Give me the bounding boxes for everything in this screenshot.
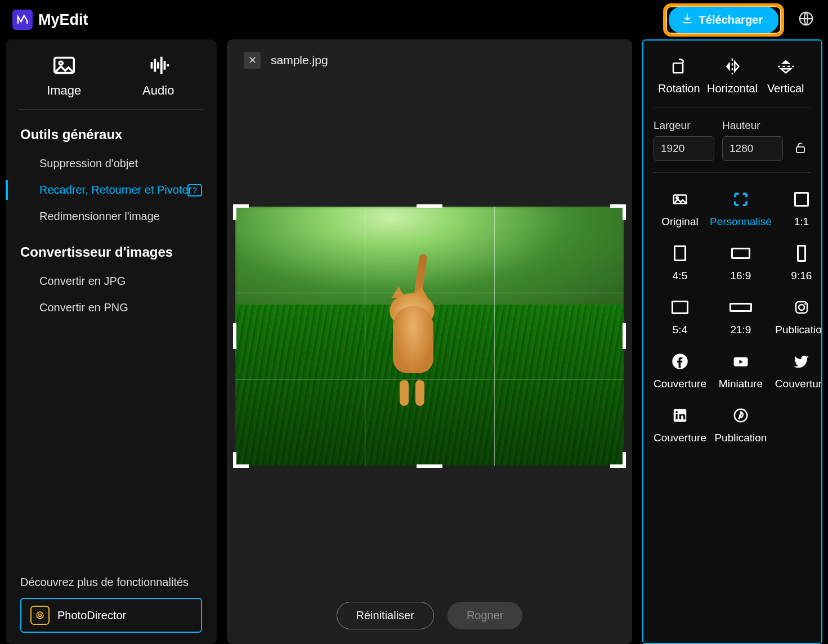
help-icon[interactable]: ?	[187, 184, 202, 196]
transform-vertical-label: Vertical	[760, 82, 811, 95]
ratio-1-1[interactable]: 1:1	[775, 189, 822, 228]
transform-horizontal[interactable]: Horizontal	[707, 55, 758, 95]
ratio-5-4[interactable]: 5:4	[654, 297, 706, 336]
language-button[interactable]	[796, 10, 816, 29]
ratio-21-9[interactable]: 21:9	[710, 297, 772, 336]
ratio-label: 9:16	[775, 270, 822, 282]
ratio-facebook-cover[interactable]: Couverture	[654, 351, 706, 390]
close-icon: ✕	[248, 54, 257, 66]
photodirector-label: PhotoDirector	[57, 609, 126, 622]
facebook-icon	[654, 351, 706, 372]
app-header: MyEdit Télécharger	[0, 0, 828, 39]
audio-icon	[116, 52, 200, 79]
width-input[interactable]	[654, 136, 714, 161]
photodirector-button[interactable]: PhotoDirector	[20, 598, 202, 633]
ratio-label: Couverture	[775, 378, 822, 390]
canvas-area: ✕ sample.jpg	[227, 39, 632, 644]
ratio-label: 4:5	[654, 270, 706, 282]
svg-point-16	[675, 411, 678, 413]
linkedin-icon	[654, 405, 706, 426]
sidebar-tab-image[interactable]: Image	[22, 52, 106, 98]
ratio-original[interactable]: Original	[654, 189, 706, 228]
twitter-icon	[775, 351, 822, 372]
ratio-label: Couverture	[654, 432, 706, 444]
aspect-lock-button[interactable]	[791, 136, 810, 161]
ratio-label: 5:4	[654, 324, 706, 336]
svg-point-11	[804, 303, 806, 305]
ratio-twitter-cover[interactable]: Couverture	[775, 351, 822, 390]
ratio-4-5[interactable]: 4:5	[654, 243, 706, 282]
sidebar-item-label: Convertir en PNG	[39, 301, 128, 314]
rotate-icon	[654, 55, 705, 78]
left-sidebar: Image Audio Outils généraux Suppression …	[6, 39, 217, 644]
flip-vertical-icon	[760, 55, 811, 78]
sidebar-item-resize[interactable]: Redimensionner l'image	[6, 203, 217, 230]
divider	[654, 108, 811, 108]
ratio-9-16[interactable]: 9:16	[775, 243, 822, 282]
sidebar-item-to-jpg[interactable]: Convertir en JPG	[6, 268, 217, 294]
transform-horizontal-label: Horizontal	[707, 82, 758, 95]
image-icon	[654, 189, 706, 210]
instagram-icon	[775, 297, 822, 318]
photodirector-icon	[30, 606, 50, 625]
image-icon	[22, 52, 106, 79]
ratio-custom[interactable]: Personnalisé	[710, 189, 772, 228]
download-icon	[681, 12, 693, 28]
brand-logo-icon	[12, 10, 33, 30]
right-panel: Rotation Horizontal Vertical	[642, 39, 822, 644]
square-icon	[775, 189, 822, 210]
sidebar-item-label: Redimensionner l'image	[39, 210, 160, 222]
sidebar-tab-audio-label: Audio	[116, 83, 200, 98]
ratio-pinterest-post[interactable]: Publication	[710, 405, 772, 444]
discover-title: Découvrez plus de fonctionnalités	[6, 576, 217, 598]
rect-icon	[654, 243, 706, 264]
sidebar-tab-audio[interactable]: Audio	[116, 52, 200, 98]
svg-point-4	[39, 614, 42, 617]
divider	[18, 109, 204, 110]
rect-icon	[654, 297, 706, 318]
ratio-instagram-post[interactable]: Publication	[775, 297, 822, 336]
ratio-label: Miniature	[710, 378, 772, 390]
ratio-label: 16:9	[710, 270, 772, 282]
crop-custom-icon	[710, 189, 772, 210]
reset-button[interactable]: Réinitialiser	[337, 602, 434, 629]
transform-vertical[interactable]: Vertical	[760, 55, 811, 95]
file-tab-name[interactable]: sample.jpg	[271, 53, 328, 67]
width-label: Largeur	[654, 119, 714, 132]
sidebar-item-label: Suppression d'objet	[39, 157, 138, 169]
youtube-icon	[710, 351, 772, 372]
ratio-label: Publication	[710, 432, 772, 444]
download-label: Télécharger	[699, 14, 763, 26]
ratio-linkedin-cover[interactable]: Couverture	[654, 405, 706, 444]
ratio-16-9[interactable]: 16:9	[710, 243, 772, 282]
svg-rect-15	[676, 414, 678, 419]
ratio-label: Personnalisé	[710, 216, 772, 228]
close-tab-button[interactable]: ✕	[244, 52, 261, 69]
ratio-label: 21:9	[710, 324, 772, 336]
sidebar-item-label: Recadrer, Retourner et Pivoter	[39, 184, 192, 196]
rect-icon	[775, 243, 822, 264]
pinterest-icon	[710, 405, 772, 426]
section-convert-title: Convertisseur d'images	[6, 240, 217, 268]
rect-icon	[710, 297, 772, 318]
height-input[interactable]	[722, 136, 783, 161]
divider	[654, 172, 811, 173]
ratio-youtube-thumbnail[interactable]: Miniature	[710, 351, 772, 390]
brand-name: MyEdit	[38, 11, 88, 29]
image-preview	[235, 207, 624, 466]
flip-horizontal-icon	[707, 55, 758, 78]
sidebar-item-object-removal[interactable]: Suppression d'objet	[6, 150, 217, 177]
sidebar-item-crop-rotate[interactable]: Recadrer, Retourner et Pivoter ?	[6, 177, 217, 203]
download-button[interactable]: Télécharger	[669, 7, 778, 33]
svg-point-3	[37, 612, 43, 619]
transform-rotation[interactable]: Rotation	[654, 55, 705, 95]
unlock-icon	[794, 141, 807, 156]
transform-rotation-label: Rotation	[654, 82, 705, 95]
ratio-label: Original	[654, 216, 706, 228]
crop-button[interactable]: Rogner	[447, 602, 523, 629]
svg-point-10	[799, 305, 804, 310]
globe-icon	[798, 10, 814, 29]
crop-frame[interactable]	[235, 207, 624, 466]
sidebar-item-to-png[interactable]: Convertir en PNG	[6, 294, 217, 321]
sidebar-item-label: Convertir en JPG	[39, 275, 126, 287]
